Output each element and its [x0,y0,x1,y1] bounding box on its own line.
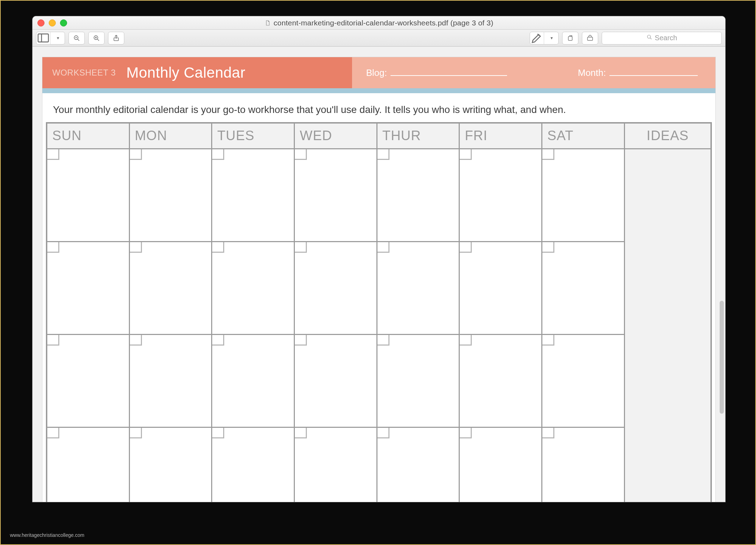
calendar-cell [47,242,129,334]
calendar-cell [377,335,459,427]
banner-right: Blog: Month: [352,57,715,88]
close-window-button[interactable] [37,19,44,26]
search-field[interactable]: Search [602,32,722,44]
zoom-out-button[interactable] [69,32,85,44]
intro-text: Your monthly editorial calendar is your … [42,93,715,122]
preview-window: content-marketing-editorial-calendar-wor… [32,16,725,502]
day-header-tue: TUES [212,124,294,148]
toolbar: ▾ ▾ Search [32,30,725,47]
calendar-cell [212,242,294,334]
calendar-cell [377,149,459,241]
calendar-cell [460,242,541,334]
calendar-cell [542,335,624,427]
calendar-cell [377,428,459,502]
traffic-lights [32,19,67,26]
worksheet-banner: WORKSHEET 3 Monthly Calendar Blog: Month… [42,57,715,88]
svg-point-6 [648,35,651,38]
calendar-cell [542,149,624,241]
scroll-thumb[interactable] [720,301,724,414]
svg-rect-4 [569,36,572,40]
calendar-cell [295,428,376,502]
pdf-page: WORKSHEET 3 Monthly Calendar Blog: Month… [42,57,715,502]
month-label: Month: [578,67,606,78]
search-placeholder: Search [655,34,677,42]
calendar-cell [460,428,541,502]
day-header-sun: SUN [47,124,129,148]
calendar-cell [542,428,624,502]
vertical-scrollbar[interactable] [720,47,724,498]
calendar-cell [377,242,459,334]
ideas-header: IDEAS [625,124,710,148]
calendar-cell [542,242,624,334]
window-title-text: content-marketing-editorial-calendar-wor… [274,19,493,27]
banner-left: WORKSHEET 3 Monthly Calendar [42,57,352,88]
window-titlebar: content-marketing-editorial-calendar-wor… [32,16,725,30]
banner-underline [42,88,715,93]
sidebar-toggle[interactable]: ▾ [36,32,65,44]
ideas-column [625,149,710,502]
calendar-cell [130,242,212,334]
calendar-cell [47,335,129,427]
blog-blank-line [391,75,507,76]
calendar-cell [460,149,541,241]
day-header-wed: WED [295,124,376,148]
month-field: Month: [578,67,698,78]
calendar-cell [130,428,212,502]
zoom-window-button[interactable] [60,19,67,26]
calendar-cell [295,335,376,427]
chevron-down-icon: ▾ [544,32,558,44]
calendar-cell [295,149,376,241]
day-header-thu: THUR [377,124,459,148]
search-icon [646,34,653,42]
highlight-tool[interactable]: ▾ [530,32,559,44]
window-title: content-marketing-editorial-calendar-wor… [32,19,725,27]
blog-field: Blog: [366,67,507,78]
calendar-cell [460,335,541,427]
watermark-text: www.heritagechristiancollege.com [10,532,84,538]
day-header-sat: SAT [542,124,624,148]
svg-rect-0 [38,34,48,42]
calendar-cell [212,149,294,241]
calendar-cell [212,335,294,427]
zoom-in-button[interactable] [88,32,105,44]
document-icon [264,20,271,26]
day-header-mon: MON [130,124,212,148]
minimize-window-button[interactable] [49,19,56,26]
document-viewport[interactable]: WORKSHEET 3 Monthly Calendar Blog: Month… [32,47,725,502]
calendar-cell [130,149,212,241]
markup-toolbox-button[interactable] [582,32,598,44]
calendar-cell [47,428,129,502]
calendar-cell [130,335,212,427]
calendar-cell [47,149,129,241]
worksheet-number: WORKSHEET 3 [52,68,116,78]
month-blank-line [609,75,698,76]
svg-rect-5 [588,37,593,40]
sidebar-icon [36,32,50,44]
calendar-cell [295,242,376,334]
blog-label: Blog: [366,67,387,78]
rotate-button[interactable] [562,32,578,44]
day-header-fri: FRI [460,124,541,148]
chevron-down-icon: ▾ [50,32,65,44]
calendar-grid: SUN MON TUES WED THUR FRI SAT IDEAS [46,122,712,502]
highlight-icon [530,32,544,44]
worksheet-title: Monthly Calendar [126,64,245,81]
share-button[interactable] [108,32,124,44]
calendar-cell [212,428,294,502]
